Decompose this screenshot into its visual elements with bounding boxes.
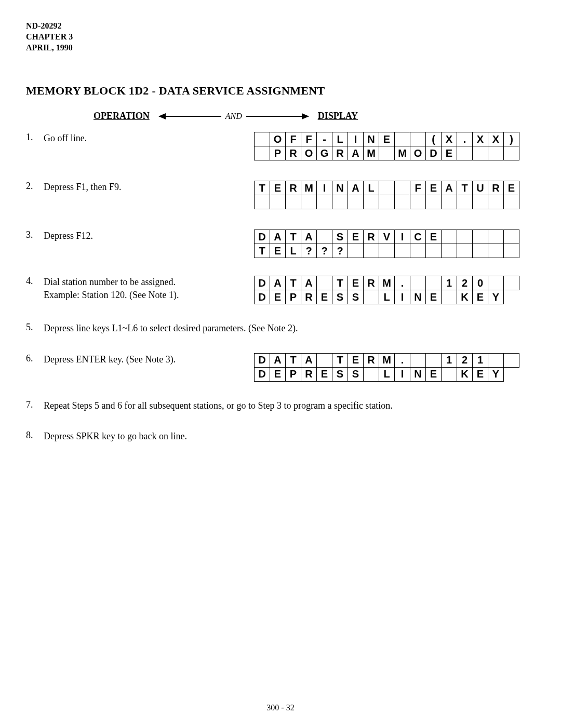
grid-cell: X [441, 132, 457, 146]
arrow-right-icon [246, 116, 309, 117]
grid-cell: T [332, 353, 348, 368]
grid-cell [503, 146, 519, 160]
grid-cell: R [285, 146, 301, 160]
grid-cell: M [394, 146, 410, 160]
grid-cell: R [363, 276, 379, 290]
grid-cell: E [472, 367, 488, 382]
grid-cell: T [332, 276, 348, 290]
grid-cell [488, 276, 504, 290]
grid-cell [410, 195, 426, 209]
grid-cell: K [457, 290, 473, 304]
step-1-text: Go off line. [44, 132, 254, 144]
grid-row [254, 195, 519, 209]
grid-cell: T [285, 353, 301, 368]
grid-cell: C [410, 230, 426, 244]
grid-cell: I [394, 367, 410, 382]
step-5-text: Depress line keys L1~L6 to select desire… [44, 322, 535, 335]
step-1-display: OFF-LINE(X.XX)PROGRAMMODE [254, 132, 519, 160]
grid-cell: D [425, 146, 442, 160]
grid-cell: A [270, 276, 286, 290]
grid-cell: R [488, 181, 504, 195]
grid-cell: F [285, 132, 301, 146]
grid-cell [410, 244, 426, 258]
grid-cell: V [379, 230, 395, 244]
grid-cell [441, 230, 457, 244]
grid-cell: E [441, 146, 457, 160]
grid-cell: Y [488, 290, 504, 304]
grid-cell: 1 [441, 276, 457, 290]
grid-cell: K [457, 367, 473, 382]
grid-cell: E [270, 290, 286, 304]
grid-cell: L [332, 132, 348, 146]
grid-cell [488, 353, 504, 368]
grid-cell: S [332, 367, 348, 382]
grid-cell: T [254, 181, 270, 195]
chapter: CHAPTER 3 [26, 32, 535, 43]
grid-row: DEPRESSLINEKEY [254, 368, 519, 382]
operation-label: OPERATION [94, 111, 150, 122]
grid-cell: E [316, 367, 332, 382]
date: APRIL, 1990 [26, 43, 535, 53]
grid-cell [348, 244, 364, 258]
grid-cell: I [316, 181, 332, 195]
grid-cell: F [301, 132, 317, 146]
grid-cell: P [285, 290, 301, 304]
grid-cell [285, 195, 301, 209]
grid-cell [503, 244, 519, 258]
grid-cell [472, 195, 488, 209]
grid-cell [316, 353, 332, 368]
grid-cell: L [379, 290, 395, 304]
grid-cell [441, 290, 457, 304]
grid-cell: R [301, 367, 317, 382]
grid-cell [363, 195, 379, 209]
grid-cell: T [285, 276, 301, 290]
grid-cell: 1 [441, 353, 457, 368]
grid-cell [425, 244, 442, 258]
grid-cell [472, 244, 488, 258]
grid-cell: 2 [457, 276, 473, 290]
grid-cell: X [472, 132, 488, 146]
page-number: 300 - 32 [0, 703, 561, 712]
grid-cell: M [363, 146, 379, 160]
grid-cell: E [348, 353, 364, 368]
grid-cell: R [285, 181, 301, 195]
step-4-text-1: Dial station number to be assigned. [44, 276, 244, 288]
grid-row: TERMINALFEATURE [254, 181, 519, 195]
grid-cell: D [254, 367, 270, 382]
grid-cell: N [363, 132, 379, 146]
grid-cell: - [316, 132, 332, 146]
grid-cell [425, 353, 442, 368]
grid-cell: A [270, 230, 286, 244]
page-title: MEMORY BLOCK 1D2 - DATA SERVICE ASSIGNME… [26, 84, 535, 98]
grid-row: TEL??? [254, 244, 519, 258]
grid-cell [457, 230, 473, 244]
grid-cell [441, 367, 457, 382]
grid-cell: R [363, 230, 379, 244]
grid-cell: A [270, 353, 286, 368]
grid-cell [410, 276, 426, 290]
grid-cell [410, 132, 426, 146]
grid-cell: E [425, 290, 442, 304]
grid-cell [316, 230, 332, 244]
grid-cell: T [254, 244, 270, 258]
grid-cell: L [363, 181, 379, 195]
grid-cell: M [379, 276, 395, 290]
grid-cell [425, 195, 442, 209]
grid-cell [441, 195, 457, 209]
step-2-display: TERMINALFEATURE [254, 181, 519, 209]
step-3-display: DATASERVICETEL??? [254, 230, 519, 258]
grid-cell: L [379, 367, 395, 382]
grid-cell [379, 181, 395, 195]
grid-cell [488, 244, 504, 258]
grid-cell: L [285, 244, 301, 258]
grid-cell: E [379, 132, 395, 146]
grid-cell: A [301, 230, 317, 244]
grid-cell: E [425, 181, 442, 195]
grid-cell [394, 244, 410, 258]
grid-cell [488, 146, 504, 160]
grid-cell: . [457, 132, 473, 146]
grid-cell: A [348, 146, 364, 160]
grid-cell: M [301, 181, 317, 195]
grid-cell [254, 195, 270, 209]
grid-cell: S [332, 290, 348, 304]
